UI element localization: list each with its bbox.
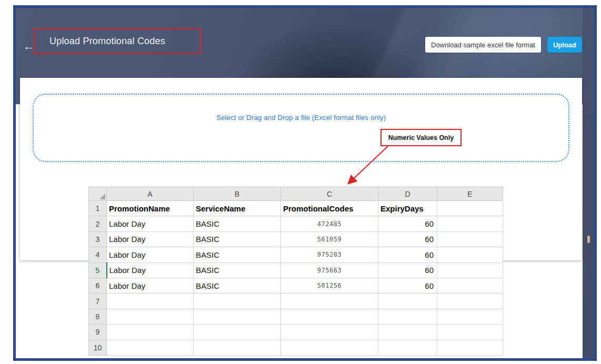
row-header-6: 6	[89, 278, 107, 293]
title-highlight-box: Upload Promotional Codes	[34, 28, 201, 54]
spreadsheet-cell: 60	[378, 278, 437, 293]
file-dropzone[interactable]: Select or Drag and Drop a file (Excel fo…	[33, 94, 569, 162]
spreadsheet-cell	[194, 325, 281, 340]
row-header-2: 2	[89, 216, 107, 231]
spreadsheet-cell	[437, 247, 503, 262]
spreadsheet-cell	[437, 294, 503, 309]
spreadsheet-cell	[378, 294, 437, 309]
spreadsheet-cell	[437, 278, 503, 293]
spreadsheet-cell: Labor Day	[107, 216, 194, 231]
select-all-corner	[89, 187, 107, 201]
row-header-7: 7	[89, 294, 107, 309]
scrollbar-thumb[interactable]	[587, 236, 590, 243]
right-background-band	[583, 8, 594, 358]
spreadsheet-cell: Labor Day	[107, 231, 194, 247]
spreadsheet-cell	[107, 325, 194, 340]
spreadsheet-cell: BASIC	[194, 262, 281, 278]
row-header-5: 5	[89, 262, 107, 278]
spreadsheet-cell: 60	[378, 262, 437, 278]
spreadsheet-cell: Labor Day	[107, 247, 194, 262]
spreadsheet-cell: 60	[378, 231, 437, 247]
spreadsheet-cell: 501256	[281, 278, 378, 293]
column-header-E: E	[437, 187, 503, 201]
column-header-A: A	[107, 187, 194, 201]
spreadsheet-cell: 561059	[281, 231, 378, 247]
spreadsheet-cell: 60	[378, 247, 437, 262]
spreadsheet-cell	[194, 309, 281, 324]
spreadsheet-cell: BASIC	[194, 278, 281, 293]
spreadsheet-cell	[437, 201, 503, 216]
upload-button[interactable]: Upload	[547, 37, 582, 53]
screenshot-frame: ← Upload Promotional Codes Download samp…	[13, 5, 597, 361]
download-sample-button[interactable]: Download sample excel file format	[425, 37, 541, 53]
spreadsheet-cell	[437, 340, 503, 355]
spreadsheet-cell	[107, 309, 194, 324]
spreadsheet-cell	[194, 294, 281, 309]
spreadsheet-cell: ExpiryDays	[378, 201, 437, 216]
row-header-3: 3	[89, 231, 107, 247]
spreadsheet-cell: BASIC	[194, 216, 281, 231]
spreadsheet-cell	[107, 340, 194, 355]
column-header-B: B	[194, 187, 281, 201]
dropzone-label: Select or Drag and Drop a file (Excel fo…	[34, 114, 568, 122]
spreadsheet-cell: 60	[378, 216, 437, 231]
row-header-9: 9	[89, 325, 107, 340]
spreadsheet-cell: Labor Day	[107, 278, 194, 293]
spreadsheet-preview: ABCDE1PromotionNameServiceNamePromotiona…	[88, 187, 503, 356]
row-header-8: 8	[89, 309, 107, 324]
spreadsheet-cell	[378, 309, 437, 324]
spreadsheet-cell	[437, 309, 503, 324]
column-header-D: D	[378, 187, 437, 201]
spreadsheet-cell: 975283	[281, 247, 378, 262]
spreadsheet-cell	[437, 231, 503, 247]
spreadsheet-cell: ServiceName	[194, 201, 281, 216]
spreadsheet-cell: BASIC	[194, 247, 281, 262]
corner-triangle-icon	[99, 194, 105, 199]
spreadsheet-cell: PromotionalCodes	[281, 201, 378, 216]
spreadsheet-cell	[281, 340, 378, 355]
row-header-4: 4	[89, 247, 107, 262]
spreadsheet-cell	[281, 325, 378, 340]
row-header-1: 1	[89, 201, 107, 216]
spreadsheet-cell: 472485	[281, 216, 378, 231]
spreadsheet-table: ABCDE1PromotionNameServiceNamePromotiona…	[88, 187, 503, 356]
spreadsheet-cell	[437, 262, 503, 278]
spreadsheet-cell: BASIC	[194, 231, 281, 247]
spreadsheet-cell	[281, 294, 378, 309]
spreadsheet-cell: Labor Day	[107, 262, 194, 278]
numeric-values-annotation: Numeric Values Only	[380, 129, 462, 146]
spreadsheet-cell: PromotionName	[107, 201, 194, 216]
row-header-10: 10	[89, 340, 107, 355]
spreadsheet-cell	[437, 325, 503, 340]
spreadsheet-cell	[437, 216, 503, 231]
spreadsheet-cell	[378, 325, 437, 340]
spreadsheet-cell	[378, 340, 437, 355]
spreadsheet-cell	[281, 309, 378, 324]
column-header-C: C	[281, 187, 378, 201]
spreadsheet-cell	[107, 294, 194, 309]
back-arrow-icon[interactable]: ←	[22, 39, 36, 53]
spreadsheet-cell: 975663	[281, 262, 378, 278]
page-title: Upload Promotional Codes	[35, 36, 165, 47]
spreadsheet-cell	[194, 340, 281, 355]
